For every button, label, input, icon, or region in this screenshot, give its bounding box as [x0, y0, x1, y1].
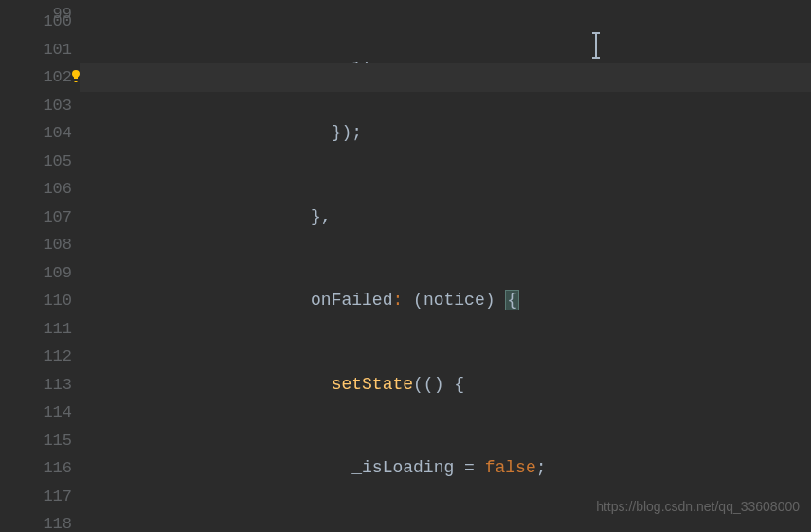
line-number: 107: [43, 208, 72, 226]
code-area[interactable]: }); }); }, onFailed: (notice) { setState…: [106, 0, 811, 532]
line-number: 111: [43, 320, 72, 338]
line-number: 118: [43, 515, 72, 532]
code-line: _isLoading = false;: [106, 454, 811, 483]
code-line: });: [106, 119, 811, 148]
line-number: 110: [43, 292, 72, 310]
line-number: 117: [43, 488, 72, 505]
line-number: 108: [43, 236, 72, 254]
gutter: 99 100 101 102 103 104 105 106 107 108 1…: [0, 0, 80, 532]
line-number: 105: [43, 152, 72, 170]
line-number: 113: [43, 376, 72, 394]
code-line: onFailed: (notice) {: [106, 287, 811, 315]
matched-bracket: {: [505, 290, 519, 310]
line-number: 112: [43, 347, 72, 365]
text-cursor-icon: [595, 34, 597, 57]
line-number: 109: [43, 264, 72, 282]
code-line: setState(() {: [106, 371, 811, 399]
line-number: 100: [43, 12, 72, 30]
line-number: 115: [43, 432, 72, 450]
watermark: https://blog.csdn.net/qq_33608000: [596, 493, 800, 522]
line-number: 106: [43, 180, 72, 198]
line-number: 114: [43, 403, 72, 421]
code-line: },: [106, 204, 811, 232]
line-number: 101: [43, 41, 72, 59]
line-number: 116: [43, 459, 72, 477]
line-number: 104: [43, 124, 72, 142]
line-number: 103: [43, 97, 72, 115]
code-line: });: [106, 56, 811, 63]
code-editor[interactable]: 99 100 101 102 103 104 105 106 107 108 1…: [0, 0, 811, 532]
